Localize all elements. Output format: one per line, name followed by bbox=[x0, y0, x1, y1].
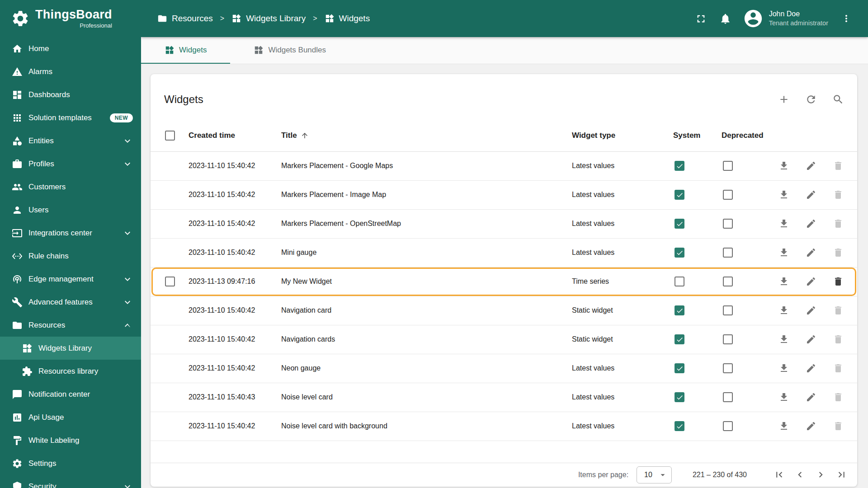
trash-icon bbox=[833, 218, 844, 229]
select-all-checkbox[interactable] bbox=[165, 131, 175, 141]
table-row[interactable]: 2023-11-10 15:40:42 Neon gauge Latest va… bbox=[151, 354, 857, 383]
sidebar-item-users[interactable]: Users bbox=[0, 198, 141, 221]
delete-button[interactable] bbox=[829, 186, 847, 204]
download-button[interactable] bbox=[775, 272, 793, 291]
page-range-label: 221 – 230 of 430 bbox=[693, 471, 747, 479]
table-row[interactable]: 2023-11-10 15:40:42 Markers Placement - … bbox=[151, 152, 857, 181]
sidebar-item-resources-library[interactable]: Resources library bbox=[0, 360, 141, 383]
download-button[interactable] bbox=[775, 186, 793, 204]
sidebar-item-widgets-library[interactable]: Widgets Library bbox=[0, 337, 141, 360]
download-button[interactable] bbox=[775, 301, 793, 319]
edit-button[interactable] bbox=[802, 272, 820, 291]
edit-button[interactable] bbox=[802, 301, 820, 319]
sidebar-item-home[interactable]: Home bbox=[0, 37, 141, 60]
download-button[interactable] bbox=[775, 157, 793, 175]
table-row[interactable]: 2023-11-10 15:40:42 Navigation cards Sta… bbox=[151, 325, 857, 354]
sidebar-item-entities[interactable]: Entities bbox=[0, 129, 141, 152]
cell-widget-type: Time series bbox=[572, 277, 673, 286]
previous-page-button[interactable] bbox=[789, 465, 810, 485]
delete-button[interactable] bbox=[829, 215, 847, 233]
edit-button[interactable] bbox=[802, 417, 820, 435]
more-menu-button[interactable] bbox=[835, 8, 857, 29]
column-header-system: System bbox=[673, 131, 722, 140]
delete-button[interactable] bbox=[829, 244, 847, 262]
column-header-deprecated: Deprecated bbox=[722, 131, 775, 140]
rule-chains-icon bbox=[12, 251, 23, 262]
sidebar-item-rule-chains[interactable]: Rule chains bbox=[0, 244, 141, 267]
breadcrumb-widgets-library[interactable]: Widgets Library bbox=[231, 14, 306, 23]
delete-button[interactable] bbox=[829, 330, 847, 348]
sidebar-item-alarms[interactable]: Alarms bbox=[0, 60, 141, 83]
sidebar-item-label: Resources library bbox=[38, 367, 98, 376]
refresh-button[interactable] bbox=[802, 90, 820, 108]
search-button[interactable] bbox=[829, 90, 847, 108]
thingsboard-logo[interactable]: ThingsBoard Professional bbox=[0, 0, 141, 37]
edit-pencil-icon bbox=[806, 305, 816, 316]
user-menu[interactable]: John Doe Tenant administrator bbox=[743, 8, 828, 29]
next-page-button[interactable] bbox=[810, 465, 831, 485]
edit-pencil-icon bbox=[806, 160, 816, 171]
sidebar-item-api-usage[interactable]: Api Usage bbox=[0, 406, 141, 429]
download-button[interactable] bbox=[775, 215, 793, 233]
edit-button[interactable] bbox=[802, 215, 820, 233]
cell-widget-type: Static widget bbox=[572, 335, 673, 343]
sidebar-item-solution-templates[interactable]: Solution templates NEW bbox=[0, 106, 141, 129]
download-button[interactable] bbox=[775, 417, 793, 435]
download-icon bbox=[778, 305, 789, 316]
edit-button[interactable] bbox=[802, 359, 820, 377]
last-page-button[interactable] bbox=[831, 465, 852, 485]
sidebar-item-notification-center[interactable]: Notification center bbox=[0, 383, 141, 406]
table-row[interactable]: 2023-11-10 15:40:43 Noise level card Lat… bbox=[151, 383, 857, 412]
sidebar-item-customers[interactable]: Customers bbox=[0, 175, 141, 198]
tab-widgets-bundles[interactable]: Widgets Bundles bbox=[230, 37, 349, 64]
download-button[interactable] bbox=[775, 330, 793, 348]
notifications-button[interactable] bbox=[715, 8, 736, 29]
sidebar-item-edge-management[interactable]: Edge management bbox=[0, 267, 141, 291]
sidebar-item-dashboards[interactable]: Dashboards bbox=[0, 83, 141, 106]
edit-button[interactable] bbox=[802, 388, 820, 406]
fullscreen-button[interactable] bbox=[690, 8, 712, 29]
delete-button[interactable] bbox=[829, 359, 847, 377]
delete-button[interactable] bbox=[829, 301, 847, 319]
delete-button[interactable] bbox=[829, 388, 847, 406]
sidebar-item-security[interactable]: Security bbox=[0, 475, 141, 488]
edit-button[interactable] bbox=[802, 186, 820, 204]
table-row[interactable]: 2023-11-10 15:40:42 Noise level card wit… bbox=[151, 412, 857, 441]
page-size-select[interactable]: 10 bbox=[637, 466, 672, 483]
edit-button[interactable] bbox=[802, 330, 820, 348]
sidebar-item-settings[interactable]: Settings bbox=[0, 452, 141, 475]
add-widget-button[interactable] bbox=[775, 90, 793, 108]
breadcrumb-resources[interactable]: Resources bbox=[157, 14, 213, 23]
download-button[interactable] bbox=[775, 388, 793, 406]
table-row[interactable]: 2023-11-10 15:40:42 Markers Placement - … bbox=[151, 210, 857, 239]
download-button[interactable] bbox=[775, 359, 793, 377]
delete-button[interactable] bbox=[829, 272, 847, 291]
edit-button[interactable] bbox=[802, 244, 820, 262]
sidebar-item-resources[interactable]: Resources bbox=[0, 314, 141, 337]
edit-pencil-icon bbox=[806, 189, 816, 200]
sidebar-item-advanced-features[interactable]: Advanced features bbox=[0, 291, 141, 314]
sidebar-item-integrations-center[interactable]: Integrations center bbox=[0, 221, 141, 244]
delete-button[interactable] bbox=[829, 417, 847, 435]
tab-widgets[interactable]: Widgets bbox=[141, 37, 230, 64]
download-button[interactable] bbox=[775, 244, 793, 262]
tab-label: Widgets bbox=[179, 46, 207, 55]
column-header-title[interactable]: Title bbox=[281, 131, 572, 140]
table-row-selected[interactable]: 2023-11-13 09:47:16 My New Widget Time s… bbox=[151, 267, 857, 296]
table-row[interactable]: 2023-11-10 15:40:42 Navigation card Stat… bbox=[151, 296, 857, 325]
row-checkbox[interactable] bbox=[165, 277, 175, 286]
breadcrumb-widgets[interactable]: Widgets bbox=[325, 14, 370, 23]
table-row[interactable]: 2023-11-10 15:40:42 Mini gauge Latest va… bbox=[151, 239, 857, 267]
edit-button[interactable] bbox=[802, 157, 820, 175]
table-row[interactable]: 2023-11-10 15:40:42 Markers Placement - … bbox=[151, 181, 857, 210]
deprecated-checkbox bbox=[723, 248, 733, 258]
column-header-created-time[interactable]: Created time bbox=[189, 131, 281, 140]
first-page-button[interactable] bbox=[769, 465, 789, 485]
sidebar-item-profiles[interactable]: Profiles bbox=[0, 152, 141, 175]
cell-title: Markers Placement - OpenStreetMap bbox=[281, 220, 572, 228]
apps-icon bbox=[12, 113, 23, 123]
delete-button[interactable] bbox=[829, 157, 847, 175]
sidebar-item-white-labeling[interactable]: White Labeling bbox=[0, 429, 141, 452]
cell-created-time: 2023-11-13 09:47:16 bbox=[189, 277, 281, 286]
column-header-widget-type[interactable]: Widget type bbox=[572, 131, 673, 140]
